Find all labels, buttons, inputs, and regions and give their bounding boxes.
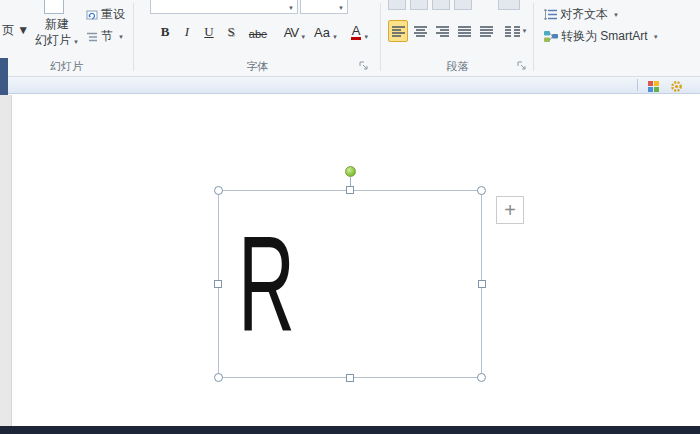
font-name-combo[interactable]: ▼ (150, 0, 298, 14)
bottom-window-edge (0, 426, 700, 434)
chevron-down-icon: ▼ (118, 34, 124, 40)
underline-button[interactable]: U (199, 20, 219, 42)
bullets-icon[interactable] (388, 0, 406, 10)
change-case-glyph: Aa (314, 25, 330, 40)
theme-colors-icon[interactable] (647, 79, 660, 92)
font-color-button[interactable]: A ▼ (344, 20, 376, 42)
change-case-button[interactable]: Aa ▼ (312, 20, 340, 42)
chevron-down-icon: ▼ (613, 12, 619, 18)
chevron-down-icon: ▼ (363, 34, 369, 40)
paragraph-group-label: 段落 (382, 59, 533, 74)
chevron-down-icon: ▼ (653, 34, 659, 40)
reset-slide-button[interactable]: 重设 (84, 5, 127, 24)
resize-handle-right[interactable] (478, 280, 486, 288)
chevron-down-icon: ▼ (522, 28, 528, 34)
resize-handle-top-right[interactable] (477, 186, 486, 195)
character-spacing-button[interactable]: AV ▼ (280, 20, 310, 42)
font-size-combo[interactable]: ▼ (300, 0, 348, 14)
align-right-button[interactable] (432, 20, 452, 42)
section-label: 节 (101, 28, 113, 45)
resize-handle-bottom[interactable] (346, 374, 354, 382)
text-shadow-button[interactable]: S (221, 20, 241, 42)
left-window-edge (0, 58, 8, 95)
distribute-text-button[interactable] (476, 20, 496, 42)
justify-icon (458, 26, 471, 37)
character-spacing-glyph: AV (284, 25, 298, 40)
font-group-label: 字体 (135, 59, 380, 74)
increase-indent-icon[interactable] (454, 0, 472, 10)
align-left-button[interactable] (388, 20, 408, 42)
font-color-glyph: A (351, 24, 362, 40)
slides-group-label: 幻灯片 (0, 59, 133, 74)
align-right-icon (436, 26, 449, 37)
ribbon-home-tab-area: 页 ▼ 新建 幻灯片▼ 重设 节 ▼ 幻灯片 ▼ (0, 0, 700, 77)
reset-label: 重设 (101, 6, 125, 23)
resize-handle-bottom-right[interactable] (477, 373, 486, 382)
reset-icon (86, 9, 98, 21)
chevron-down-icon: ▼ (332, 34, 338, 40)
toolbar-separator (637, 79, 638, 91)
strikethrough-button[interactable]: abe (243, 20, 273, 42)
align-text-button[interactable]: 对齐文本 ▼ (542, 5, 621, 24)
section-button[interactable]: 节 ▼ (84, 27, 126, 46)
align-text-icon (544, 8, 557, 21)
group-separator (533, 3, 534, 71)
secondary-toolbar-strip (8, 77, 700, 94)
new-slide-button[interactable]: 新建 幻灯片▼ (30, 16, 84, 50)
decrease-indent-icon[interactable] (432, 0, 450, 10)
resize-handle-top[interactable] (346, 186, 354, 194)
align-center-icon (414, 26, 427, 37)
new-slide-icon (44, 0, 64, 14)
resize-handle-left[interactable] (214, 280, 222, 288)
chevron-down-icon: ▼ (338, 5, 344, 11)
powerpoint-window: 页 ▼ 新建 幻灯片▼ 重设 节 ▼ 幻灯片 ▼ (0, 0, 700, 434)
italic-button[interactable]: I (177, 20, 197, 42)
chevron-down-icon: ▼ (288, 5, 294, 11)
convert-smartart-button[interactable]: 转换为 SmartArt ▼ (542, 27, 661, 46)
paragraph-dialog-launcher-icon[interactable] (517, 57, 529, 69)
group-separator (380, 3, 381, 71)
numbering-icon[interactable] (410, 0, 428, 10)
align-center-button[interactable] (410, 20, 430, 42)
new-slide-label-line2: 幻灯片▼ (30, 32, 84, 50)
columns-icon (505, 26, 520, 37)
resize-handle-top-left[interactable] (214, 186, 223, 195)
settings-gear-icon[interactable] (670, 79, 683, 92)
convert-smartart-label: 转换为 SmartArt (561, 28, 648, 45)
justify-button[interactable] (454, 20, 474, 42)
slide-left-margin (0, 95, 12, 426)
align-text-label: 对齐文本 (560, 6, 608, 23)
chevron-down-icon: ▼ (73, 39, 79, 45)
distribute-text-icon (480, 26, 493, 37)
line-spacing-icon[interactable] (498, 0, 520, 10)
new-slide-label-line1: 新建 (30, 16, 84, 32)
columns-button[interactable]: ▼ (502, 20, 530, 42)
chevron-down-icon: ▼ (300, 34, 306, 40)
resize-handle-bottom-left[interactable] (214, 373, 223, 382)
group-separator (133, 3, 134, 71)
font-dialog-launcher-icon[interactable] (359, 57, 371, 69)
insert-plus-button[interactable]: + (496, 196, 524, 224)
bold-button[interactable]: B (155, 20, 175, 42)
paste-button-fragment[interactable]: 页 ▼ (2, 22, 29, 39)
align-left-icon (392, 26, 405, 37)
section-icon (86, 31, 98, 43)
textbox-selection-border[interactable] (218, 190, 482, 378)
smartart-icon (544, 30, 558, 43)
rotation-handle[interactable] (345, 166, 356, 177)
